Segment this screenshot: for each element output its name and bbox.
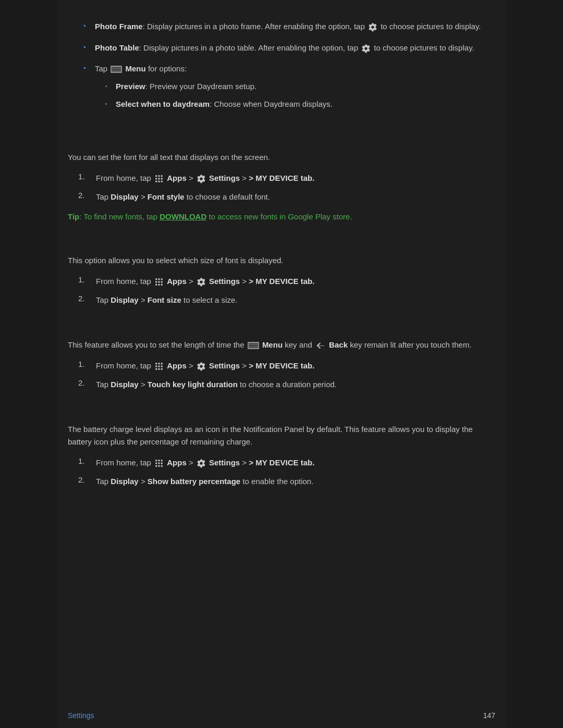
step1-apps-label-1: Apps [167,174,187,182]
sub-bullet-section: • Preview: Preview your Daydream setup. … [95,80,495,110]
svg-rect-28 [158,460,160,461]
svg-rect-35 [161,465,163,466]
step2-display-4: Display [111,477,138,486]
touch-key-step1: 1. From home, tap Apps > Settings > > MY… [78,360,495,372]
tip-download-label: DOWNLOAD [160,212,206,221]
touch-key-step1-text: From home, tap Apps > Settings > > MY DE… [96,360,495,372]
step2-font-style-label: Font style [148,192,185,201]
my-device-text-2: > MY DEVICE tab. [249,277,314,286]
step2-suffix-3: to choose a duration period. [240,380,337,389]
step2-tap-2: Tap [96,295,108,304]
gear-icon-3 [197,174,206,183]
menu-icon-mid-line [112,69,121,70]
svg-rect-18 [155,363,157,364]
apps-grid-icon-3 [154,362,164,371]
svg-rect-29 [161,460,163,461]
svg-rect-12 [155,281,157,282]
svg-rect-20 [161,363,163,364]
touch-key-intro-3: key remain lit after you touch them. [350,340,471,349]
step2-suffix-1: to choose a default font. [187,192,270,201]
svg-rect-27 [155,460,157,461]
select-daydream-text: Select when to daydream: Choose when Day… [116,98,495,110]
gear-icon-6 [197,459,206,468]
step1-my-device-2: > > MY DEVICE tab. [242,277,314,286]
preview-label: Preview [116,82,145,91]
font-style-step1-text: From home, tap Apps > Settings > > MY DE… [96,172,495,184]
svg-rect-6 [155,180,157,182]
page-content: ▪ Photo Frame: Display pictures in a pho… [57,0,506,728]
apps-grid-icon-1 [154,174,164,183]
svg-rect-19 [158,363,160,364]
step2-number-2: 2. [78,294,89,303]
svg-rect-17 [161,283,163,285]
font-size-step2-text: Tap Display > Font size to select a size… [96,294,495,306]
step1-prefix-4: From home, tap [96,458,151,467]
tap-text: Tap [95,64,107,73]
gear-icon-1 [368,22,377,32]
step1-apps-label-4: Apps [167,458,187,467]
footer-page-number: 147 [483,711,495,720]
tap-menu-item: ▪ Tap Menu for options: • Preview: Previ… [83,63,495,116]
step2-tap-1: Tap [96,192,108,201]
sub-bullet-marker-2: • [105,100,111,108]
step1-arrow-2: > [189,277,195,286]
photo-frame-label: Photo Frame [95,22,143,31]
step2-battery-label: Show battery percentage [148,477,240,486]
select-daydream-item: • Select when to daydream: Choose when D… [105,98,495,110]
photo-table-desc: : Display pictures in a photo table. Aft… [139,43,358,52]
preview-item: • Preview: Preview your Daydream setup. [105,80,495,93]
svg-rect-34 [158,465,160,466]
tip-suffix: to access new fonts in Google Play store… [209,212,352,221]
photo-table-label: Photo Table [95,43,139,52]
svg-rect-15 [155,283,157,285]
gear-icon-5 [197,362,206,371]
step2-suffix-4: to enable the option. [242,477,313,486]
step2-tap-3: Tap [96,380,108,389]
separator-2 [68,228,495,239]
step1-settings-label-4: Settings [209,458,240,467]
font-style-steps: 1. From home, tap Apps > Settings [68,172,495,203]
font-size-step2: 2. Tap Display > Font size to select a s… [78,294,495,306]
step2-sep-1: > [141,192,148,201]
svg-rect-1 [158,175,160,177]
bullet-marker-1: ▪ [83,22,90,29]
preview-text: Preview: Preview your Daydream setup. [116,80,495,93]
step1-prefix-3: From home, tap [96,361,151,370]
battery-section: The battery charge level displays as an … [68,423,495,488]
step2-number-1: 2. [78,191,89,200]
svg-rect-10 [158,278,160,280]
font-size-section: This option allows you to select which s… [68,254,495,306]
select-daydream-label: Select when to daydream [116,100,210,108]
font-style-step2-text: Tap Display > Font style to choose a def… [96,191,495,203]
svg-rect-26 [161,368,163,369]
touch-key-intro: This feature allows you to set the lengt… [68,339,495,351]
photo-table-item: ▪ Photo Table: Display pictures in a pho… [83,42,495,54]
step2-sep-4: > [141,477,148,486]
svg-rect-3 [155,178,157,179]
touch-key-section: This feature allows you to set the lengt… [68,339,495,391]
gear-icon-2 [361,44,371,53]
menu-icon-2 [248,342,259,349]
step1-number-1: 1. [78,172,89,181]
separator-1 [68,125,495,135]
step1-arrow-4: > [189,458,195,467]
battery-steps: 1. From home, tap Apps > Settings > > MY… [68,456,495,488]
font-style-step1: 1. From home, tap Apps > Settings [78,172,495,184]
tap-menu-suffix: for options: [148,64,187,73]
step1-settings-label-2: Settings [209,277,240,286]
svg-rect-22 [158,365,160,367]
menu-icon-1 [111,66,122,73]
step1-number-4: 1. [78,456,89,465]
step1-apps-label-3: Apps [167,361,187,370]
svg-rect-11 [161,278,163,280]
menu-icon-mid-line-2 [249,345,258,346]
step2-sep-3: > [141,380,148,389]
step1-my-device-3: > > MY DEVICE tab. [242,361,314,370]
font-size-steps: 1. From home, tap Apps > Settings > > MY… [68,275,495,306]
photo-frame-suffix: to choose pictures to display. [381,22,481,31]
photo-table-suffix: to choose pictures to display. [374,43,474,52]
battery-step1-text: From home, tap Apps > Settings > > MY DE… [96,456,495,469]
gear-icon-4 [197,277,206,287]
svg-rect-25 [158,368,160,369]
step2-tap-4: Tap [96,477,108,486]
